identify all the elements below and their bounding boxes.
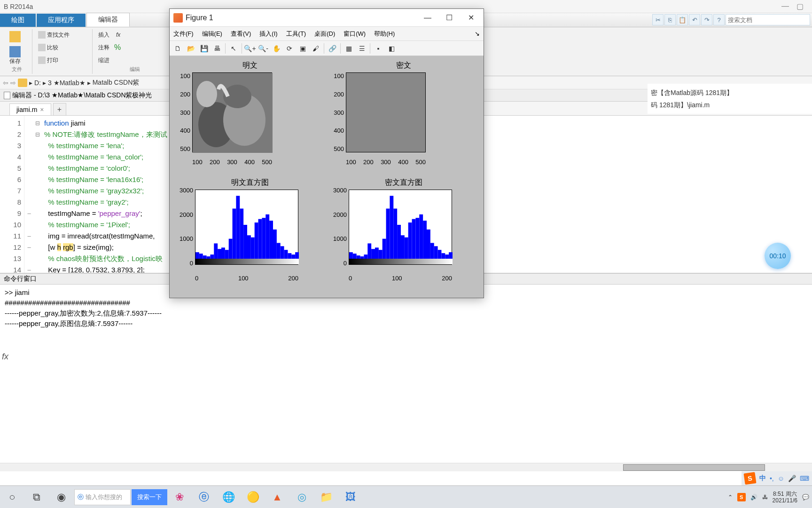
add-tab-button[interactable]: + <box>53 103 66 115</box>
horizontal-scrollbar[interactable] <box>0 463 812 471</box>
browser-icon[interactable]: 🟡 <box>241 487 265 508</box>
edge-icon[interactable]: 🌐 <box>216 487 241 508</box>
tray-sound-icon[interactable]: 🔊 <box>750 494 757 500</box>
save-button[interactable]: 保存 <box>6 46 24 65</box>
layout1-icon[interactable]: ▪ <box>372 42 384 55</box>
layout2-icon[interactable]: ◧ <box>385 42 398 55</box>
subplot-title: 密文直方图 <box>328 178 479 188</box>
figure-titlebar[interactable]: Figure 1 — ☐ ✕ <box>170 9 484 27</box>
fold-icon[interactable]: ⊟ <box>34 118 41 129</box>
svg-rect-39 <box>371 249 375 260</box>
tray-chevron-icon[interactable]: ⌃ <box>728 494 733 500</box>
sogou-ime-icon[interactable]: S <box>743 472 756 484</box>
fold-icon[interactable]: ⊟ <box>34 129 41 140</box>
new-file-icon[interactable] <box>9 31 21 42</box>
axes-image[interactable]: 100200300400500 100200300400500 <box>192 72 296 156</box>
zoom-in-icon[interactable]: 🔍+ <box>244 42 256 55</box>
taskbar-search-button[interactable]: 搜索一下 <box>132 489 167 505</box>
menu-help[interactable]: 帮助(H) <box>374 30 395 38</box>
legend-icon[interactable]: ☰ <box>356 42 368 55</box>
tab-editor[interactable]: 编辑器 <box>86 13 130 27</box>
qat-redo-icon[interactable]: ↷ <box>701 14 712 25</box>
minimize-icon[interactable]: — <box>781 2 789 11</box>
print-icon[interactable]: 🖶 <box>211 42 223 55</box>
compare-button[interactable]: 比较 <box>36 42 60 53</box>
axes-image[interactable]: 100200300400500 100200300400500 <box>346 72 449 156</box>
insert-button[interactable]: 插入 <box>96 29 111 40</box>
menu-overflow-icon[interactable]: ↘ <box>475 30 480 37</box>
indent-button[interactable]: 缩进 <box>96 55 111 66</box>
ime-emoji-icon[interactable]: ☺ <box>778 475 784 482</box>
qat-cut-icon[interactable]: ✂ <box>652 14 664 25</box>
task-view-icon[interactable]: ⧉ <box>24 487 49 508</box>
comment-button[interactable]: 注释 <box>96 42 111 53</box>
pointer-icon[interactable]: ↖ <box>227 42 240 55</box>
qat-paste-icon[interactable]: 📋 <box>677 14 688 25</box>
tray-network-icon[interactable]: 🖧 <box>762 494 768 500</box>
obs-icon[interactable]: ◉ <box>49 487 73 508</box>
group-label: 编辑 <box>93 66 177 73</box>
folder-icon[interactable] <box>18 79 27 87</box>
ime-punct-icon[interactable]: •, <box>770 475 774 482</box>
matlab-icon[interactable]: ▲ <box>265 487 289 508</box>
menu-window[interactable]: 窗口(W) <box>344 30 366 38</box>
qat-undo-icon[interactable]: ↶ <box>689 14 700 25</box>
figure-title: Figure 1 <box>186 14 213 22</box>
menu-desktop[interactable]: 桌面(D) <box>314 30 335 38</box>
edge-legacy-icon[interactable]: ⓔ <box>192 487 216 508</box>
tray-sogou-icon[interactable]: S <box>737 493 746 501</box>
menu-file[interactable]: 文件(F) <box>173 30 194 38</box>
axes-histogram[interactable]: 3000200010000 0100200 <box>349 190 461 273</box>
ime-lang[interactable]: 中 <box>759 474 766 483</box>
tray-clock[interactable]: 8:51 周六 2021/11/6 <box>773 491 797 504</box>
datatip-icon[interactable]: ▣ <box>297 42 309 55</box>
app-icon-2[interactable]: ◎ <box>289 487 314 508</box>
svg-rect-13 <box>225 250 229 260</box>
brush-icon[interactable]: 🖌 <box>310 42 322 55</box>
fx-button[interactable]: fx <box>114 29 125 40</box>
qat-help-icon[interactable]: ? <box>713 14 725 25</box>
search-input[interactable] <box>726 14 810 25</box>
open-icon[interactable]: 📂 <box>185 42 197 55</box>
file-tab-jiami[interactable]: jiami.m × <box>9 103 51 115</box>
photos-icon[interactable]: 🖼 <box>338 487 363 508</box>
minimize-button[interactable]: — <box>417 9 438 26</box>
axes-histogram[interactable]: 3000200010000 0100200 <box>195 190 308 273</box>
print-icon <box>38 56 46 64</box>
maximize-button[interactable]: ☐ <box>438 9 460 26</box>
tab-plot[interactable]: 绘图 <box>0 14 36 27</box>
taskbar-search[interactable]: ⓔ 输入你想搜的 <box>74 489 131 505</box>
menu-insert[interactable]: 插入(I) <box>259 30 277 38</box>
link-icon[interactable]: 🔗 <box>326 42 338 55</box>
rotate-icon[interactable]: ⟳ <box>283 42 296 55</box>
ime-kbd-icon[interactable]: ⌨ <box>800 475 809 482</box>
crumb-drive[interactable]: D: <box>34 79 41 87</box>
tab-apps[interactable]: 应用程序 <box>37 14 86 27</box>
zoom-out-icon[interactable]: 🔍- <box>257 42 269 55</box>
new-figure-icon[interactable]: 🗋 <box>172 42 184 55</box>
close-icon[interactable]: × <box>40 106 44 113</box>
timer-widget[interactable]: 00:10 <box>765 243 791 269</box>
back-icon[interactable]: ⇦ <box>3 79 8 87</box>
menu-edit[interactable]: 编辑(E) <box>202 30 222 38</box>
app-icon-1[interactable]: ❀ <box>167 487 192 508</box>
fwd-icon[interactable]: ⇨ <box>10 79 16 87</box>
tray-notification-icon[interactable]: 💬 <box>802 494 809 500</box>
comment-pct-icon[interactable]: % <box>114 43 121 52</box>
crumb-seg1[interactable]: 3 ★Matlab★ <box>48 79 86 87</box>
ime-mic-icon[interactable]: 🎤 <box>788 475 796 482</box>
close-button[interactable]: ✕ <box>460 9 482 26</box>
maximize-icon[interactable]: ▢ <box>796 2 804 11</box>
menu-view[interactable]: 查看(V) <box>231 30 251 38</box>
save-icon[interactable]: 💾 <box>198 42 210 55</box>
svg-rect-52 <box>419 214 423 260</box>
crumb-seg2[interactable]: Matalb CSDN紫 <box>93 79 140 87</box>
menu-tools[interactable]: 工具(T) <box>286 30 306 38</box>
qat-copy-icon[interactable]: ⎘ <box>664 14 676 25</box>
explorer-icon[interactable]: 📁 <box>314 487 338 508</box>
find-files-button[interactable]: 查找文件 <box>36 29 71 40</box>
search-circle-icon[interactable]: ○ <box>0 487 24 508</box>
pan-icon[interactable]: ✋ <box>270 42 282 55</box>
colorbar-icon[interactable]: ▦ <box>343 42 355 55</box>
print-button[interactable]: 打印 <box>36 55 60 66</box>
